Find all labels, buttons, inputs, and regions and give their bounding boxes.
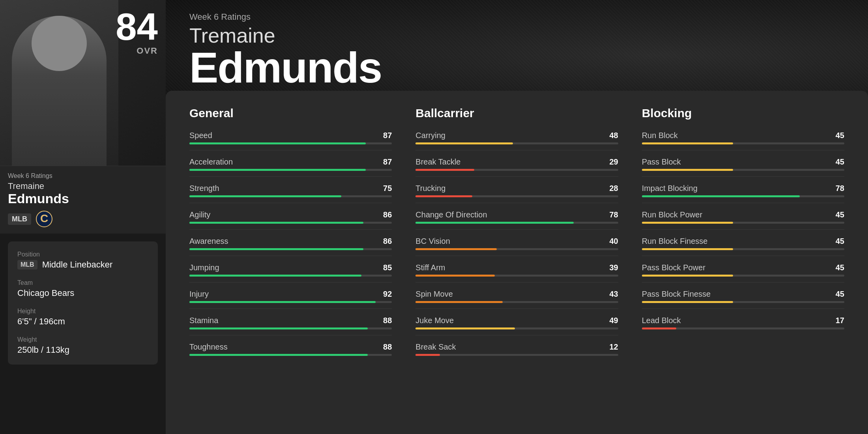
stat-value: 40 [606, 237, 618, 246]
stat-name: Speed [189, 131, 212, 140]
stat-bar-background [189, 195, 392, 197]
position-badge-info: MLB [17, 260, 37, 269]
stat-value: 45 [832, 290, 844, 299]
stat-name: Toughness [189, 342, 228, 352]
stat-name: BC Vision [415, 237, 450, 246]
stat-row: Awareness86 [189, 237, 392, 256]
player-card-bottom: Week 6 Ratings Tremaine Edmunds MLB C [0, 166, 166, 234]
stat-row: Jumping85 [189, 263, 392, 282]
stat-bar-fill [642, 195, 800, 197]
stat-bar-background [642, 142, 844, 144]
stat-bar-fill [189, 195, 341, 197]
stat-row: Stamina88 [189, 316, 392, 335]
team-label: Team [17, 279, 148, 286]
stat-bar-fill [189, 354, 368, 356]
stat-bar-fill [189, 327, 368, 329]
stat-name: Injury [189, 290, 209, 299]
blocking-column: Blocking Run Block45Pass Block45Impact B… [642, 107, 844, 369]
stat-value: 48 [606, 131, 618, 140]
stat-value: 88 [380, 316, 392, 325]
stat-bar-fill [642, 301, 733, 303]
stat-row: Run Block45 [642, 131, 844, 150]
position-value-row: MLB Middle Linebacker [17, 260, 148, 270]
stat-name: Trucking [415, 184, 445, 193]
stat-bar-fill [415, 354, 440, 356]
stat-value: 43 [606, 290, 618, 299]
stat-value: 45 [832, 210, 844, 219]
stat-name: Jumping [189, 263, 219, 272]
stat-row: Pass Block Finesse45 [642, 290, 844, 309]
stat-name: Carrying [415, 131, 445, 140]
weight-section: Weight 250lb / 113kg [17, 336, 148, 355]
stat-row: Break Sack12 [415, 342, 618, 361]
stat-bar-fill [415, 248, 496, 250]
stat-row: Toughness88 [189, 342, 392, 361]
stat-bar-fill [642, 142, 733, 144]
stat-bar-fill [415, 169, 474, 171]
stat-bar-background [189, 327, 392, 329]
stat-value: 28 [606, 184, 618, 193]
stat-bar-fill [642, 169, 733, 171]
weight-label: Weight [17, 336, 148, 343]
stat-value: 86 [380, 210, 392, 219]
stat-row: Lead Block17 [642, 316, 844, 335]
week-label-hero: Week 6 Ratings [189, 12, 844, 22]
left-panel: 84 OVR Week 6 Ratings Tremaine Edmunds M… [0, 0, 166, 434]
position-section: Position MLB Middle Linebacker [17, 251, 148, 270]
stat-name: Stiff Arm [415, 263, 445, 272]
stat-name-value-row: Awareness86 [189, 237, 392, 246]
stat-value: 86 [380, 237, 392, 246]
stat-value: 87 [380, 131, 392, 140]
stats-columns: General Speed87Acceleration87Strength75A… [189, 107, 844, 369]
stat-bar-background [415, 275, 618, 277]
blocking-title: Blocking [642, 107, 844, 120]
stat-bar-fill [189, 275, 361, 277]
stat-name: Change Of Direction [415, 210, 487, 219]
player-card-top: 84 OVR [0, 0, 166, 166]
stat-bar-background [415, 354, 618, 356]
player-lastname-hero: Edmunds [189, 46, 844, 89]
stat-name-value-row: Run Block Finesse45 [642, 237, 844, 246]
stat-bar-background [189, 354, 392, 356]
stat-value: 78 [832, 184, 844, 193]
stat-name-value-row: Strength75 [189, 184, 392, 193]
stat-name-value-row: Break Tackle29 [415, 157, 618, 166]
stat-bar-background [642, 222, 844, 224]
stat-name-value-row: Impact Blocking78 [642, 184, 844, 193]
stat-value: 88 [380, 342, 392, 352]
hero-content: Week 6 Ratings Tremaine Edmunds [166, 0, 868, 101]
stat-row: Carrying48 [415, 131, 618, 150]
ovr-number: 84 [116, 8, 158, 46]
player-firstname-small: Tremaine [8, 181, 158, 191]
weight-value: 250lb / 113kg [17, 345, 148, 355]
stats-panel: General Speed87Acceleration87Strength75A… [166, 91, 868, 434]
stat-name: Pass Block Power [642, 263, 705, 272]
stat-bar-background [189, 142, 392, 144]
height-label: Height [17, 308, 148, 315]
team-name: Chicago Bears [17, 288, 148, 298]
week-label-small: Week 6 Ratings [8, 172, 158, 180]
stat-row: Run Block Power45 [642, 210, 844, 230]
stat-bar-background [642, 169, 844, 171]
stat-name: Agility [189, 210, 210, 219]
stat-bar-background [642, 327, 844, 329]
stat-value: 92 [380, 290, 392, 299]
stat-bar-fill [189, 142, 366, 144]
stat-bar-fill [415, 327, 515, 329]
stat-name: Run Block Finesse [642, 237, 708, 246]
general-title: General [189, 107, 392, 120]
stat-bar-background [189, 169, 392, 171]
stat-name-value-row: Break Sack12 [415, 342, 618, 352]
stat-name-value-row: Trucking28 [415, 184, 618, 193]
stat-name: Pass Block Finesse [642, 290, 711, 299]
stat-row: BC Vision40 [415, 237, 618, 256]
stat-row: Acceleration87 [189, 157, 392, 177]
stat-value: 45 [832, 263, 844, 272]
stat-row: Run Block Finesse45 [642, 237, 844, 256]
stat-bar-fill [642, 275, 733, 277]
stat-name-value-row: Acceleration87 [189, 157, 392, 166]
player-photo [0, 0, 118, 166]
stat-bar-background [642, 275, 844, 277]
ballcarrier-stats-list: Carrying48Break Tackle29Trucking28Change… [415, 131, 618, 361]
stat-name-value-row: Toughness88 [189, 342, 392, 352]
